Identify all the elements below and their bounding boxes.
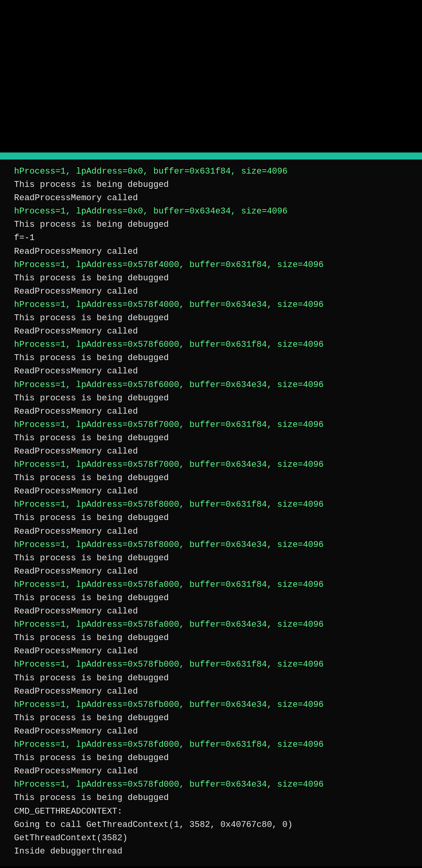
terminal-line-50: GetThreadContext(3582) — [14, 832, 408, 845]
terminal-line-28: hProcess=1, lpAddress=0x578f8000, buffer… — [14, 538, 408, 552]
terminal-line-44: This process is being debugged — [14, 751, 408, 765]
terminal-line-38: This process is being debugged — [14, 672, 408, 685]
terminal-line-10: hProcess=1, lpAddress=0x578f4000, buffer… — [14, 298, 408, 312]
terminal-line-47: This process is being debugged — [14, 791, 408, 805]
terminal-line-4: This process is being debugged — [14, 218, 408, 231]
terminal-line-39: ReadProcessMemory called — [14, 685, 408, 698]
terminal-line-45: ReadProcessMemory called — [14, 765, 408, 778]
terminal-line-18: ReadProcessMemory called — [14, 405, 408, 418]
terminal-line-11: This process is being debugged — [14, 312, 408, 325]
terminal-line-35: This process is being debugged — [14, 631, 408, 645]
terminal-line-23: This process is being debugged — [14, 472, 408, 485]
terminal-line-30: ReadProcessMemory called — [14, 565, 408, 578]
terminal-line-31: hProcess=1, lpAddress=0x578fa000, buffer… — [14, 578, 408, 592]
terminal-line-33: ReadProcessMemory called — [14, 605, 408, 618]
terminal-line-42: ReadProcessMemory called — [14, 725, 408, 738]
terminal-line-12: ReadProcessMemory called — [14, 325, 408, 338]
terminal-line-26: This process is being debugged — [14, 511, 408, 525]
terminal-line-7: hProcess=1, lpAddress=0x578f4000, buffer… — [14, 258, 408, 272]
terminal-screen: hProcess=1, lpAddress=0x0, buffer=0x631f… — [0, 160, 422, 866]
terminal-line-40: hProcess=1, lpAddress=0x578fb000, buffer… — [14, 698, 408, 712]
terminal-line-2: ReadProcessMemory called — [14, 192, 408, 205]
terminal-line-17: This process is being debugged — [14, 392, 408, 405]
terminal-line-32: This process is being debugged — [14, 592, 408, 605]
terminal-line-6: ReadProcessMemory called — [14, 245, 408, 258]
terminal-line-5: f=-1 — [14, 231, 408, 245]
terminal-line-14: This process is being debugged — [14, 352, 408, 365]
terminal-line-41: This process is being debugged — [14, 712, 408, 725]
terminal-line-22: hProcess=1, lpAddress=0x578f7000, buffer… — [14, 458, 408, 472]
bottom-black-region — [0, 866, 422, 868]
terminal-line-13: hProcess=1, lpAddress=0x578f6000, buffer… — [14, 338, 408, 352]
terminal-line-15: ReadProcessMemory called — [14, 365, 408, 378]
terminal-line-37: hProcess=1, lpAddress=0x578fb000, buffer… — [14, 658, 408, 671]
top-black-region — [0, 0, 422, 152]
terminal-line-8: This process is being debugged — [14, 272, 408, 285]
terminal-line-24: ReadProcessMemory called — [14, 485, 408, 498]
terminal-line-36: ReadProcessMemory called — [14, 645, 408, 658]
terminal-line-27: ReadProcessMemory called — [14, 525, 408, 538]
terminal-line-29: This process is being debugged — [14, 552, 408, 565]
terminal-line-1: This process is being debugged — [14, 178, 408, 192]
terminal-line-16: hProcess=1, lpAddress=0x578f6000, buffer… — [14, 378, 408, 392]
terminal-line-20: This process is being debugged — [14, 432, 408, 445]
terminal-line-46: hProcess=1, lpAddress=0x578fd000, buffer… — [14, 778, 408, 791]
terminal-line-25: hProcess=1, lpAddress=0x578f8000, buffer… — [14, 498, 408, 511]
terminal-line-21: ReadProcessMemory called — [14, 445, 408, 458]
terminal-line-48: CMD_GETTHREADCONTEXT: — [14, 805, 408, 818]
terminal-line-9: ReadProcessMemory called — [14, 285, 408, 298]
terminal-line-43: hProcess=1, lpAddress=0x578fd000, buffer… — [14, 738, 408, 751]
teal-bar — [0, 152, 422, 160]
terminal-line-3: hProcess=1, lpAddress=0x0, buffer=0x634e… — [14, 205, 408, 218]
terminal-line-51: Inside debuggerthread — [14, 845, 408, 858]
terminal-wrapper: hProcess=1, lpAddress=0x0, buffer=0x631f… — [0, 152, 422, 866]
terminal-line-19: hProcess=1, lpAddress=0x578f7000, buffer… — [14, 418, 408, 432]
terminal-line-0: hProcess=1, lpAddress=0x0, buffer=0x631f… — [14, 165, 408, 178]
terminal-line-34: hProcess=1, lpAddress=0x578fa000, buffer… — [14, 618, 408, 631]
terminal-line-49: Going to call GetThreadContext(1, 3582, … — [14, 818, 408, 832]
